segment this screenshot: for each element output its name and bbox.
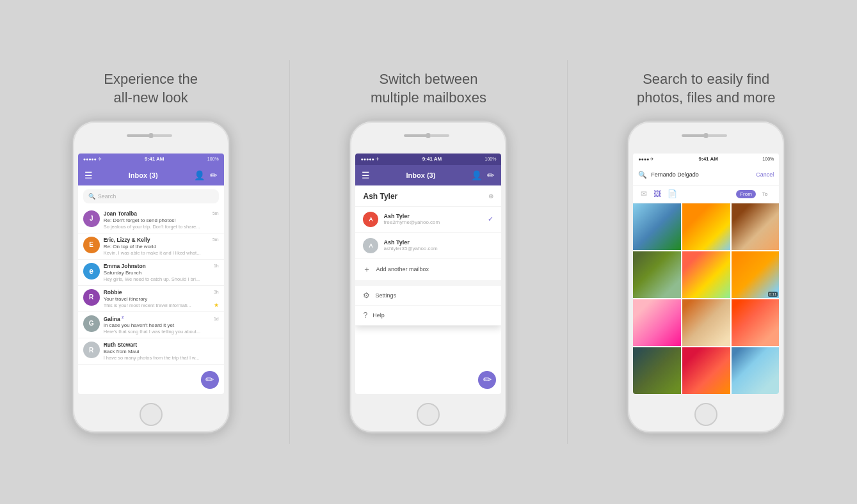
- phone-3-frame: ●●●● ✈ 9:41 AM 100% 🔍 Fernando Delgado C…: [627, 120, 785, 434]
- mailbox-email-2: ashtyler35@yahoo.com: [383, 246, 493, 251]
- phone-1-profile-icon[interactable]: 👤: [194, 170, 205, 180]
- mailbox-name-1: Ash Tyler: [383, 213, 483, 219]
- email-subject-3: Saturday Brunch: [104, 270, 219, 276]
- email-sender-6: Ruth Stewart: [104, 342, 137, 348]
- photo-cell-7[interactable]: [633, 299, 681, 346]
- divider-2: [567, 60, 568, 444]
- phone-3-home[interactable]: [694, 403, 717, 426]
- phone-3-cancel-button[interactable]: Cancel: [756, 171, 774, 178]
- section-2: Switch between multiple mailboxes ●●●●● …: [303, 70, 553, 433]
- email-item-2[interactable]: E Eric, Lizzy & Kelly 5m Re: On top of t…: [78, 233, 224, 260]
- phone-3-filter-tabs: From To: [736, 190, 771, 198]
- email-preview-5: Here's that song that I was telling you …: [104, 329, 219, 335]
- phone-2-nav-title: Inbox (3): [406, 171, 436, 179]
- avatar-2: E: [83, 237, 100, 253]
- photo-cell-12[interactable]: [732, 347, 780, 394]
- phone-2-menu-icon[interactable]: ☰: [362, 170, 370, 180]
- email-subject-6: Back from Maui: [104, 349, 219, 354]
- mailbox-add-action[interactable]: ＋ Add another mailbox: [355, 259, 501, 281]
- phone-2-compose-icon[interactable]: ✏: [487, 170, 495, 180]
- mailbox-account-1[interactable]: A Ash Tyler free2rhyme@yahoo.com ✓: [355, 207, 501, 233]
- phone-3-search-value[interactable]: Fernando Delgado: [651, 171, 752, 178]
- section-1: Experience the all-new look ●●●●● ✈ 9:41…: [26, 70, 276, 433]
- phone-2-fab[interactable]: ✏: [478, 371, 496, 389]
- photo-cell-6[interactable]: 0:11: [732, 251, 780, 298]
- email-time-4: 3h: [214, 290, 219, 294]
- email-item-3[interactable]: e Emma Johnston 1h Saturday Brunch Hey g…: [78, 260, 224, 286]
- photo-cell-9[interactable]: [732, 299, 780, 346]
- email-item-1[interactable]: J Joan Toralba 5m Re: Don't forget to se…: [78, 207, 224, 233]
- mailbox-header: Ash Tyler ⊕: [355, 185, 501, 207]
- email-content-1: Joan Toralba 5m Re: Don't forget to send…: [104, 210, 219, 230]
- email-time-1: 5m: [212, 211, 219, 216]
- phone-1-fab[interactable]: ✏: [201, 371, 219, 389]
- photo-filter-icon[interactable]: 🖼: [653, 189, 661, 198]
- email-content-2: Eric, Lizzy & Kelly 5m Re: On top of the…: [104, 237, 219, 256]
- from-tab[interactable]: From: [736, 190, 756, 198]
- mailbox-settings-action[interactable]: ⚙ Settings: [355, 286, 501, 306]
- mailbox-info-2: Ash Tyler ashtyler35@yahoo.com: [383, 239, 493, 251]
- phone-2-profile-icon[interactable]: 👤: [471, 170, 482, 180]
- phone-1-time: 9:41 AM: [145, 156, 164, 162]
- email-content-4: Robbie 3h Your travel itinerary This is …: [104, 289, 219, 308]
- mailbox-overlay: Ash Tyler ⊕ A Ash Tyler free2rhyme@yahoo…: [355, 185, 501, 326]
- phone-1-home[interactable]: [140, 403, 163, 426]
- mailbox-title: Ash Tyler: [363, 192, 397, 201]
- file-filter-icon[interactable]: 📄: [668, 189, 677, 198]
- phone-3-screen: ●●●● ✈ 9:41 AM 100% 🔍 Fernando Delgado C…: [633, 154, 779, 394]
- phone-3-time: 9:41 AM: [699, 156, 718, 162]
- phone-2-time: 9:41 AM: [422, 156, 442, 162]
- email-item-5[interactable]: G Galina 2 1d In case you haven't heard …: [78, 312, 224, 339]
- page-container: Experience the all-new look ●●●●● ✈ 9:41…: [0, 0, 857, 504]
- video-duration-badge: 0:11: [768, 292, 778, 297]
- photo-cell-8[interactable]: [682, 299, 730, 346]
- to-tab[interactable]: To: [758, 190, 771, 198]
- mailbox-help-action[interactable]: ? Help: [355, 306, 501, 326]
- phone-1-signal: ●●●●● ✈: [83, 157, 102, 162]
- phone-1-email-list: J Joan Toralba 5m Re: Don't forget to se…: [78, 207, 224, 394]
- phone-3-search-icon: 🔍: [638, 171, 647, 179]
- email-preview-4: This is your most recent travel informat…: [104, 303, 191, 308]
- email-subject-1: Re: Don't forget to send photos!: [104, 217, 219, 223]
- mail-filter-icon[interactable]: ✉: [641, 189, 647, 198]
- photo-cell-5[interactable]: [682, 251, 730, 298]
- email-preview-2: Kevin, I was able to make it and I liked…: [104, 250, 219, 256]
- avatar-5: G: [83, 315, 100, 332]
- phone-3-photo-grid: 0:11: [633, 203, 779, 394]
- email-sender-4: Robbie: [104, 289, 122, 295]
- mailbox-close-icon[interactable]: ⊕: [488, 193, 493, 200]
- email-item-6[interactable]: R Ruth Stewart Back from Maui I have so …: [78, 338, 224, 365]
- photo-cell-1[interactable]: [633, 203, 681, 250]
- email-content-5: Galina 2 1d In case you haven't heard it…: [104, 315, 219, 335]
- photo-cell-2[interactable]: [682, 203, 730, 250]
- photo-cell-4[interactable]: [633, 251, 681, 298]
- phone-1-compose-icon[interactable]: ✏: [210, 170, 218, 180]
- email-subject-4: Your travel itinerary: [104, 296, 219, 302]
- phone-3-speaker: [682, 134, 707, 137]
- help-label: Help: [372, 312, 385, 319]
- phone-2-home[interactable]: [417, 403, 440, 426]
- email-time-5: 1d: [214, 317, 219, 321]
- phone-1-nav-bar: ☰ Inbox (3) 👤 ✏: [78, 165, 224, 185]
- add-mailbox-label: Add another mailbox: [376, 266, 429, 272]
- email-time-3: 1h: [214, 264, 219, 268]
- email-item-4[interactable]: R Robbie 3h Your travel itinerary This i…: [78, 286, 224, 312]
- email-time-2: 5m: [212, 237, 219, 242]
- photo-cell-11[interactable]: [682, 347, 730, 394]
- mailbox-account-2[interactable]: A Ash Tyler ashtyler35@yahoo.com: [355, 233, 501, 259]
- phone-2-signal: ●●●●● ✈: [360, 157, 379, 162]
- phone-1-speaker: [127, 134, 152, 137]
- phone-1-menu-icon[interactable]: ☰: [84, 170, 93, 180]
- mailbox-section-divider: [355, 281, 501, 286]
- help-icon: ?: [363, 311, 367, 320]
- email-content-6: Ruth Stewart Back from Maui I have so ma…: [104, 342, 219, 361]
- phone-2-speaker: [404, 134, 429, 137]
- phone-3-filter-bar: ✉ 🖼 📄 From To: [633, 185, 779, 203]
- photo-cell-3[interactable]: [732, 203, 780, 250]
- phone-1-search-placeholder: Search: [98, 193, 116, 200]
- email-content-3: Emma Johnston 1h Saturday Brunch Hey gir…: [104, 263, 219, 282]
- section-2-title: Switch between multiple mailboxes: [371, 70, 486, 107]
- phone-1-search-bar[interactable]: 🔍 Search: [83, 189, 219, 203]
- photo-cell-10[interactable]: [633, 347, 681, 394]
- email-subject-5: In case you haven't heard it yet: [104, 322, 219, 328]
